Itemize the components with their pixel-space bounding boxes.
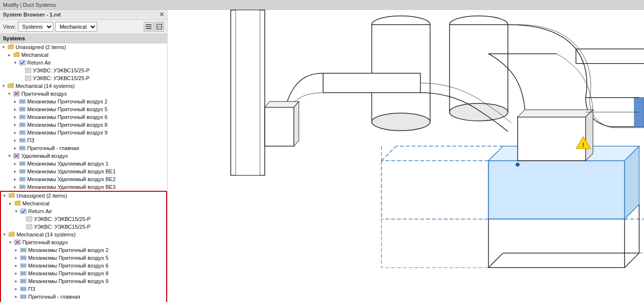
expand-toggle[interactable] bbox=[18, 223, 25, 230]
tree-item-label: Return Air bbox=[26, 60, 51, 66]
tree-item-udalaemiy[interactable]: ▾Удаляемый воздух bbox=[0, 152, 167, 160]
expand-toggle[interactable]: ▸ bbox=[12, 137, 18, 144]
close-button[interactable]: ✕ bbox=[159, 11, 164, 18]
expand-toggle[interactable]: ▸ bbox=[13, 254, 19, 261]
tree-item-label: УЭКВС: УЭКВС15/25-Р bbox=[32, 67, 90, 73]
tree-item-uekvc1[interactable]: УЭКВС: УЭКВС15/25-Р bbox=[1, 215, 166, 223]
svg-rect-2 bbox=[146, 28, 152, 29]
tree-item-mech1[interactable]: ▸Mechanical bbox=[1, 200, 166, 207]
expand-toggle[interactable] bbox=[18, 216, 25, 222]
view-dropdown-mechanical[interactable]: Mechanical bbox=[55, 22, 97, 32]
svg-rect-38 bbox=[20, 209, 26, 214]
expand-toggle[interactable]: ▾ bbox=[0, 83, 7, 89]
tree-item-label: УЭКВС: УЭКВС15/25-Р bbox=[32, 75, 90, 81]
svg-rect-103 bbox=[323, 73, 420, 93]
svg-rect-37 bbox=[20, 186, 24, 188]
tree-item-label: Механизмы Приточный воздух 5 bbox=[26, 106, 107, 112]
expand-toggle[interactable] bbox=[17, 75, 24, 82]
expand-toggle[interactable]: ▸ bbox=[13, 247, 19, 253]
tree-item-mech1[interactable]: ▸Mechanical bbox=[0, 51, 167, 59]
expand-toggle[interactable]: ▸ bbox=[12, 129, 18, 136]
expand-toggle[interactable]: ▾ bbox=[7, 239, 14, 246]
expand-toggle[interactable]: ▸ bbox=[12, 145, 18, 151]
tree-item-mech-udalaemiy-be3[interactable]: ▸Механизмы Удаляемый воздух ВЕ3 bbox=[0, 183, 167, 191]
expand-toggle[interactable]: ▸ bbox=[12, 121, 18, 128]
tree-icon-component2 bbox=[18, 184, 26, 190]
tree-item-label: УЭКВС: УЭКВС15/25-Р bbox=[33, 216, 91, 222]
expand-toggle[interactable]: ▸ bbox=[6, 51, 13, 58]
tree-item-mech-pritochniy8[interactable]: ▸Механизмы Приточный воздух 8 bbox=[0, 121, 167, 129]
expand-toggle[interactable]: ▾ bbox=[1, 192, 8, 199]
tree-item-mech14[interactable]: ▾Mechanical (14 systems) bbox=[0, 82, 167, 90]
expand-toggle[interactable]: ▸ bbox=[12, 168, 18, 175]
expand-toggle[interactable]: ▸ bbox=[7, 200, 14, 207]
tree-item-mech-udalaemiy1[interactable]: ▸Механизмы Удаляемый воздух 1 bbox=[0, 160, 167, 168]
expand-toggle[interactable]: ▾ bbox=[6, 90, 13, 97]
svg-rect-1 bbox=[146, 26, 152, 27]
tree-icon-folder bbox=[14, 200, 21, 207]
viewport: ! bbox=[168, 10, 644, 302]
expand-toggle[interactable] bbox=[17, 67, 24, 74]
expand-toggle[interactable]: ▾ bbox=[13, 208, 19, 215]
tree-item-mech-udalaemiy-be1[interactable]: ▸Механизмы Удаляемый воздух ВЕ1 bbox=[0, 168, 167, 175]
tree-item-label: Механизмы Приточный воздух 6 bbox=[26, 114, 107, 120]
tree-item-mech-pritochniy6[interactable]: ▸Механизмы Приточный воздух 6 bbox=[0, 113, 167, 121]
expand-toggle[interactable]: ▸ bbox=[12, 184, 18, 190]
icon-btn-2[interactable] bbox=[154, 22, 164, 32]
tree-item-label: Приточный воздух bbox=[20, 91, 67, 97]
tree-item-pritochniy-main[interactable]: ▸Приточный - главная bbox=[1, 293, 166, 301]
tree-item-pz[interactable]: ▸ПЗ bbox=[1, 285, 166, 293]
expand-toggle[interactable]: ▾ bbox=[0, 44, 7, 50]
expand-toggle[interactable]: ▸ bbox=[12, 160, 18, 167]
expand-toggle[interactable]: ▸ bbox=[12, 114, 18, 120]
tree-item-uekvc1[interactable]: УЭКВС: УЭКВС15/25-Р bbox=[0, 67, 167, 74]
tree-item-mech-pritochniy2[interactable]: ▸Механизмы Приточный воздух 2 bbox=[1, 246, 166, 254]
tree-item-mech-pritochniy2[interactable]: ▸Механизмы Приточный воздух 2 bbox=[0, 98, 167, 105]
tree-item-pritochniy-main[interactable]: ▸Приточный - главная bbox=[0, 144, 167, 152]
expand-toggle[interactable]: ▾ bbox=[1, 231, 8, 238]
tree-item-label: Приточный - главная bbox=[26, 145, 79, 151]
icon-btn-1[interactable] bbox=[144, 22, 153, 32]
expand-toggle[interactable]: ▸ bbox=[12, 176, 18, 183]
tree-container[interactable]: ▾Unassigned (2 items)▸Mechanical▾Return … bbox=[0, 43, 167, 302]
tree-icon-component2 bbox=[18, 121, 26, 128]
tree-item-mech-pritochniy5[interactable]: ▸Механизмы Приточный воздух 5 bbox=[0, 105, 167, 113]
tree-item-mech-udalaemiy-be2[interactable]: ▸Механизмы Удаляемый воздух ВЕ2 bbox=[0, 175, 167, 183]
tree-item-pritochniy[interactable]: ▾Приточный воздух bbox=[1, 238, 166, 246]
svg-rect-53 bbox=[21, 272, 25, 274]
tree-item-label: Механизмы Удаляемый воздух ВЕ3 bbox=[26, 184, 116, 190]
tree-item-mech-pritochniy5[interactable]: ▸Механизмы Приточный воздух 5 bbox=[1, 254, 166, 262]
expand-toggle[interactable]: ▾ bbox=[6, 152, 13, 159]
tree-item-pritochniy[interactable]: ▾Приточный воздух bbox=[0, 90, 167, 98]
expand-toggle[interactable]: ▸ bbox=[13, 262, 19, 269]
expand-toggle[interactable]: ▸ bbox=[13, 278, 19, 285]
expand-toggle[interactable]: ▸ bbox=[12, 106, 18, 113]
tree-item-mech-pritochniy9[interactable]: ▸Механизмы Приточный воздух 9 bbox=[0, 129, 167, 136]
tree-item-label: Mechanical bbox=[21, 201, 50, 206]
tree-item-label: Mechanical bbox=[20, 52, 49, 58]
tree-item-label: Return Air bbox=[27, 208, 52, 214]
tree-item-unassigned[interactable]: ▾Unassigned (2 items) bbox=[1, 192, 166, 200]
tree-item-uekvc2[interactable]: УЭКВС: УЭКВС15/25-Р bbox=[1, 223, 166, 231]
svg-rect-26 bbox=[20, 147, 24, 149]
tree-item-uekvc2[interactable]: УЭКВС: УЭКВС15/25-Р bbox=[0, 74, 167, 82]
expand-toggle[interactable]: ▸ bbox=[13, 293, 19, 300]
expand-toggle[interactable]: ▸ bbox=[13, 270, 19, 277]
view-label: View: bbox=[3, 24, 16, 30]
tree-icon-component2 bbox=[18, 98, 26, 105]
tree-item-mech14[interactable]: ▾Mechanical (14 systems) bbox=[1, 231, 166, 238]
expand-toggle[interactable]: ▸ bbox=[12, 98, 18, 105]
tree-item-mech-pritochniy8[interactable]: ▸Механизмы Приточный воздух 8 bbox=[1, 269, 166, 277]
tree-item-mech-pritochniy9[interactable]: ▸Механизмы Приточный воздух 9 bbox=[1, 277, 166, 285]
expand-toggle[interactable]: ▸ bbox=[13, 285, 19, 292]
svg-rect-130 bbox=[265, 107, 294, 146]
tree-item-unassigned[interactable]: ▾Unassigned (2 items) bbox=[0, 43, 167, 51]
tree-item-return-air[interactable]: ▾Return Air bbox=[1, 207, 166, 215]
tree-item-pz[interactable]: ▸ПЗ bbox=[0, 136, 167, 144]
view-dropdown-systems[interactable]: Systems bbox=[18, 22, 53, 32]
tree-item-mech-pritochniy6[interactable]: ▸Механизмы Приточный воздух 6 bbox=[1, 262, 166, 269]
expand-toggle[interactable]: ▾ bbox=[12, 59, 18, 66]
svg-rect-20 bbox=[20, 124, 24, 126]
tree-item-return-air[interactable]: ▾Return Air bbox=[0, 59, 167, 67]
tree-item-label: УЭКВС: УЭКВС15/25-Р bbox=[33, 224, 91, 230]
